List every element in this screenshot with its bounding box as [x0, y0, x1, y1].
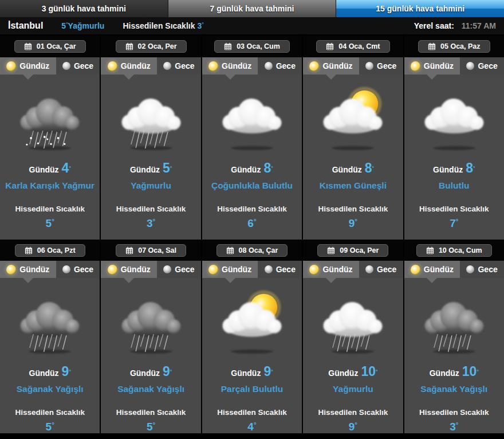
feels-like-label: Hissedilen Sıcaklık: [318, 205, 388, 213]
degree-symbol: °: [376, 369, 377, 374]
night-tab[interactable]: Gece: [460, 261, 504, 278]
tab-15-day[interactable]: 15 günlük hava tahmini: [336, 0, 504, 17]
weather-icon: [9, 76, 91, 160]
sun-icon: [6, 61, 16, 71]
moon-icon: [265, 62, 273, 70]
day-tab[interactable]: Gündüz: [404, 261, 460, 278]
condition-text: Bulutlu: [436, 181, 471, 191]
day-temp-line: Gündüz8°: [332, 160, 374, 176]
degree-symbol: °: [372, 165, 374, 171]
degree-symbol: °: [153, 217, 156, 225]
current-feels-like-value: 3: [197, 21, 202, 30]
day-tab[interactable]: Gündüz: [303, 57, 359, 75]
degree-symbol: °: [473, 165, 475, 171]
feels-like-value: 4°: [247, 421, 256, 433]
day-temp-value: 8: [466, 160, 473, 175]
night-tab[interactable]: Gece: [157, 261, 201, 278]
night-tab[interactable]: Gece: [56, 57, 100, 75]
condition-text: Çoğunlukla Bulutlu: [209, 181, 295, 191]
tab-7-day[interactable]: 7 günlük hava tahmini: [168, 0, 337, 17]
feels-like-label: Hissedilen Sıcaklık: [419, 408, 489, 417]
day-tab[interactable]: Gündüz: [0, 261, 56, 278]
date-chip[interactable]: 06 Oca, Pzt: [15, 244, 85, 257]
day-temp-label: Gündüz: [231, 165, 261, 174]
degree-symbol: °: [69, 165, 70, 171]
current-feels-like: Hissedilen Sıcaklık 3°: [123, 21, 203, 30]
day-tab[interactable]: Gündüz: [404, 57, 460, 75]
sun-icon: [309, 61, 319, 71]
date-chip[interactable]: 08 Oca, Çar: [216, 244, 288, 257]
feels-like-value: 3°: [147, 217, 155, 230]
date-chip[interactable]: 07 Oca, Sal: [116, 244, 186, 257]
card-body: Gündüz9° Sağanak Yağışlı Hissedilen Sıca…: [0, 278, 100, 433]
calendar-icon: [125, 246, 133, 254]
degree-symbol: °: [355, 421, 357, 428]
night-tab[interactable]: Gece: [258, 261, 302, 278]
date-chip[interactable]: 09 Oca, Per: [317, 244, 388, 257]
calendar-icon: [125, 42, 133, 50]
day-tab[interactable]: Gündüz: [303, 261, 359, 278]
date-label: 01 Oca, Çar: [37, 42, 76, 50]
calendar-icon: [426, 246, 434, 254]
feels-like-label: Hissedilen Sıcaklık: [217, 205, 287, 213]
card-body: Gündüz8° Bulutlu Hissedilen Sıcaklık 7°: [404, 75, 504, 240]
weather-icon: [211, 76, 293, 160]
local-time-value: 11:57 AM: [462, 21, 496, 30]
day-tab[interactable]: Gündüz: [202, 57, 258, 75]
card-date-strip: 10 Oca, Cum: [404, 240, 504, 261]
city-name: İstanbul: [8, 21, 43, 31]
night-tab-label: Gece: [74, 265, 93, 274]
night-tab-label: Gece: [74, 61, 93, 70]
day-tab[interactable]: Gündüz: [101, 261, 157, 278]
date-chip[interactable]: 05 Oca, Paz: [418, 40, 490, 53]
feels-like-number: 5: [46, 217, 52, 229]
date-chip[interactable]: 01 Oca, Çar: [14, 40, 86, 53]
sun-icon: [108, 265, 117, 275]
calendar-icon: [226, 246, 234, 254]
sun-icon: [208, 61, 218, 71]
current-temp-value: 5: [61, 21, 66, 30]
day-tab[interactable]: Gündüz: [0, 57, 56, 75]
date-chip[interactable]: 03 Oca, Cum: [214, 40, 290, 53]
night-tab[interactable]: Gece: [359, 261, 403, 278]
condition-text: Parçalı Bulutlu: [219, 384, 286, 394]
sun-icon: [208, 265, 218, 275]
degree-symbol: °: [456, 421, 459, 428]
feels-like-label: Hissedilen Sıcaklık: [217, 408, 287, 417]
feels-like-value: 5°: [147, 421, 155, 433]
date-chip[interactable]: 04 Oca, Cmt: [316, 40, 389, 53]
night-tab[interactable]: Gece: [460, 57, 504, 75]
night-tab[interactable]: Gece: [359, 57, 403, 75]
moon-icon: [163, 62, 171, 70]
date-chip[interactable]: 02 Oca, Per: [116, 40, 187, 53]
degree-symbol: °: [69, 369, 70, 374]
sun-icon: [6, 265, 16, 275]
night-tab[interactable]: Gece: [157, 57, 201, 75]
day-tab-label: Gündüz: [222, 61, 251, 70]
forecast-card: 09 Oca, Per Gündüz Gece: [303, 240, 403, 433]
degree-symbol: °: [52, 217, 54, 225]
weather-icon: [110, 279, 192, 364]
night-tab[interactable]: Gece: [56, 261, 100, 278]
feels-like-value: 7°: [450, 217, 458, 230]
date-chip[interactable]: 10 Oca, Cum: [416, 244, 492, 257]
day-tab[interactable]: Gündüz: [101, 57, 157, 75]
day-night-tabs: Gündüz Gece: [101, 261, 200, 278]
date-label: 04 Oca, Cmt: [338, 42, 380, 50]
day-temp-line: Gündüz9°: [29, 364, 71, 379]
night-tab[interactable]: Gece: [258, 57, 302, 75]
feels-like-number: 9: [349, 421, 355, 433]
degree-symbol: °: [170, 369, 172, 374]
forecast-card: 10 Oca, Cum Gündüz Gece: [404, 240, 504, 433]
date-label: 09 Oca, Per: [340, 246, 379, 254]
condition-text: Sağanak Yağışlı: [115, 384, 187, 394]
degree-symbol: °: [355, 217, 357, 225]
feels-like-value: 3°: [450, 421, 458, 433]
degree-symbol: °: [271, 165, 273, 171]
card-body: Gündüz9° Parçalı Bulutlu Hissedilen Sıca…: [202, 278, 302, 433]
calendar-icon: [224, 42, 232, 50]
day-tab[interactable]: Gündüz: [202, 261, 258, 278]
condition-text: Kısmen Güneşli: [317, 181, 389, 191]
tab-3-day[interactable]: 3 günlük hava tahmini: [0, 0, 168, 17]
forecast-grid: 01 Oca, Çar Gündüz Gece: [0, 36, 504, 433]
